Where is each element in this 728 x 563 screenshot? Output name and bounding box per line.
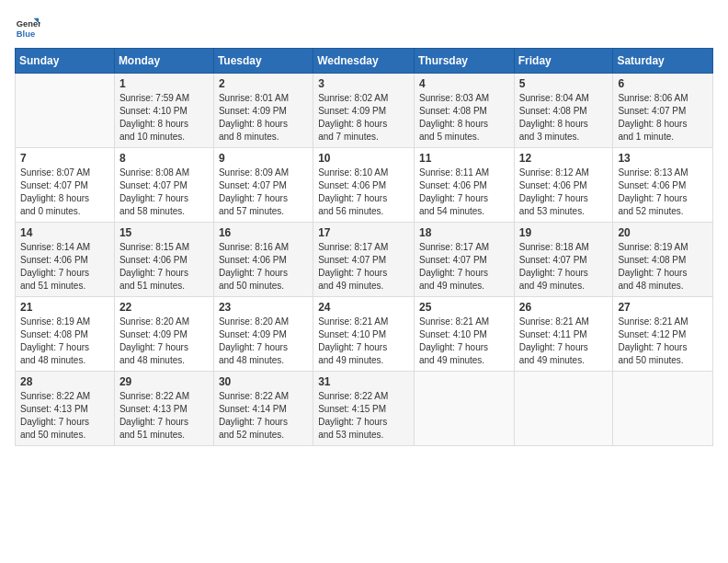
- day-number: 12: [519, 152, 609, 165]
- day-info: Sunrise: 8:20 AMSunset: 4:09 PMDaylight:…: [219, 316, 308, 367]
- day-number: 11: [419, 152, 509, 165]
- weekday-header-thursday: Thursday: [414, 49, 514, 74]
- day-info: Sunrise: 8:07 AMSunset: 4:07 PMDaylight:…: [20, 167, 109, 218]
- day-number: 31: [318, 375, 409, 388]
- calendar-cell: 17Sunrise: 8:17 AMSunset: 4:07 PMDayligh…: [313, 223, 415, 297]
- calendar-cell: 11Sunrise: 8:11 AMSunset: 4:06 PMDayligh…: [414, 148, 514, 223]
- weekday-header-tuesday: Tuesday: [213, 49, 313, 74]
- day-info: Sunrise: 7:59 AMSunset: 4:10 PMDaylight:…: [119, 92, 209, 144]
- svg-text:Blue: Blue: [17, 29, 35, 39]
- day-number: 18: [419, 226, 509, 239]
- calendar-cell: 7Sunrise: 8:07 AMSunset: 4:07 PMDaylight…: [16, 148, 115, 223]
- calendar-cell: 21Sunrise: 8:19 AMSunset: 4:08 PMDayligh…: [16, 297, 115, 372]
- day-info: Sunrise: 8:16 AMSunset: 4:06 PMDaylight:…: [219, 241, 308, 293]
- calendar-cell: 26Sunrise: 8:21 AMSunset: 4:11 PMDayligh…: [514, 297, 613, 372]
- weekday-header-monday: Monday: [114, 49, 213, 74]
- calendar-cell: 27Sunrise: 8:21 AMSunset: 4:12 PMDayligh…: [613, 297, 713, 372]
- day-number: 29: [119, 375, 209, 388]
- calendar-cell: 23Sunrise: 8:20 AMSunset: 4:09 PMDayligh…: [213, 297, 313, 372]
- day-number: 28: [20, 375, 109, 388]
- day-info: Sunrise: 8:22 AMSunset: 4:13 PMDaylight:…: [119, 390, 209, 442]
- day-info: Sunrise: 8:03 AMSunset: 4:08 PMDaylight:…: [419, 92, 509, 144]
- day-info: Sunrise: 8:06 AMSunset: 4:07 PMDaylight:…: [618, 92, 708, 144]
- calendar-cell: 10Sunrise: 8:10 AMSunset: 4:06 PMDayligh…: [313, 148, 415, 223]
- day-info: Sunrise: 8:22 AMSunset: 4:15 PMDaylight:…: [318, 390, 409, 442]
- logo-icon: General Blue: [15, 15, 40, 40]
- day-number: 20: [618, 226, 708, 239]
- day-info: Sunrise: 8:21 AMSunset: 4:11 PMDaylight:…: [519, 316, 609, 367]
- calendar-cell: 14Sunrise: 8:14 AMSunset: 4:06 PMDayligh…: [16, 223, 115, 297]
- day-number: 7: [20, 152, 109, 165]
- calendar-cell: 15Sunrise: 8:15 AMSunset: 4:06 PMDayligh…: [114, 223, 213, 297]
- calendar-cell: [16, 74, 115, 148]
- page-header: General Blue: [15, 15, 713, 40]
- day-number: 26: [519, 301, 609, 314]
- weekday-header-saturday: Saturday: [613, 49, 713, 74]
- calendar-cell: [514, 372, 613, 446]
- day-number: 19: [519, 226, 609, 239]
- calendar-cell: 29Sunrise: 8:22 AMSunset: 4:13 PMDayligh…: [114, 372, 213, 446]
- weekday-header-wednesday: Wednesday: [313, 49, 415, 74]
- calendar-cell: 18Sunrise: 8:17 AMSunset: 4:07 PMDayligh…: [414, 223, 514, 297]
- calendar-cell: 13Sunrise: 8:13 AMSunset: 4:06 PMDayligh…: [613, 148, 713, 223]
- calendar-cell: 5Sunrise: 8:04 AMSunset: 4:08 PMDaylight…: [514, 74, 613, 148]
- calendar-cell: 1Sunrise: 7:59 AMSunset: 4:10 PMDaylight…: [114, 74, 213, 148]
- day-info: Sunrise: 8:19 AMSunset: 4:08 PMDaylight:…: [618, 241, 708, 293]
- day-number: 15: [119, 226, 209, 239]
- calendar-cell: 25Sunrise: 8:21 AMSunset: 4:10 PMDayligh…: [414, 297, 514, 372]
- day-info: Sunrise: 8:21 AMSunset: 4:10 PMDaylight:…: [318, 316, 409, 367]
- calendar-cell: [414, 372, 514, 446]
- day-number: 21: [20, 301, 109, 314]
- day-info: Sunrise: 8:17 AMSunset: 4:07 PMDaylight:…: [419, 241, 509, 293]
- calendar-cell: 2Sunrise: 8:01 AMSunset: 4:09 PMDaylight…: [213, 74, 313, 148]
- weekday-header-sunday: Sunday: [16, 49, 115, 74]
- day-number: 24: [318, 301, 409, 314]
- day-info: Sunrise: 8:04 AMSunset: 4:08 PMDaylight:…: [519, 92, 609, 144]
- logo: General Blue: [15, 15, 44, 40]
- day-info: Sunrise: 8:12 AMSunset: 4:06 PMDaylight:…: [519, 167, 609, 218]
- day-info: Sunrise: 8:11 AMSunset: 4:06 PMDaylight:…: [419, 167, 509, 218]
- calendar-cell: 19Sunrise: 8:18 AMSunset: 4:07 PMDayligh…: [514, 223, 613, 297]
- day-info: Sunrise: 8:21 AMSunset: 4:12 PMDaylight:…: [618, 316, 708, 367]
- day-info: Sunrise: 8:22 AMSunset: 4:13 PMDaylight:…: [20, 390, 109, 442]
- calendar-cell: 9Sunrise: 8:09 AMSunset: 4:07 PMDaylight…: [213, 148, 313, 223]
- calendar-cell: [613, 372, 713, 446]
- calendar-cell: 8Sunrise: 8:08 AMSunset: 4:07 PMDaylight…: [114, 148, 213, 223]
- day-number: 30: [219, 375, 308, 388]
- day-info: Sunrise: 8:14 AMSunset: 4:06 PMDaylight:…: [20, 241, 109, 293]
- day-info: Sunrise: 8:08 AMSunset: 4:07 PMDaylight:…: [119, 167, 209, 218]
- day-info: Sunrise: 8:19 AMSunset: 4:08 PMDaylight:…: [20, 316, 109, 367]
- day-number: 3: [318, 77, 409, 90]
- day-info: Sunrise: 8:10 AMSunset: 4:06 PMDaylight:…: [318, 167, 409, 218]
- day-number: 16: [219, 226, 308, 239]
- day-info: Sunrise: 8:13 AMSunset: 4:06 PMDaylight:…: [618, 167, 708, 218]
- day-info: Sunrise: 8:17 AMSunset: 4:07 PMDaylight:…: [318, 241, 409, 293]
- calendar-table: SundayMondayTuesdayWednesdayThursdayFrid…: [15, 48, 713, 446]
- day-number: 1: [119, 77, 209, 90]
- day-number: 4: [419, 77, 509, 90]
- calendar-cell: 22Sunrise: 8:20 AMSunset: 4:09 PMDayligh…: [114, 297, 213, 372]
- calendar-cell: 20Sunrise: 8:19 AMSunset: 4:08 PMDayligh…: [613, 223, 713, 297]
- day-number: 25: [419, 301, 509, 314]
- day-number: 2: [219, 77, 308, 90]
- day-number: 8: [119, 152, 209, 165]
- calendar-cell: 16Sunrise: 8:16 AMSunset: 4:06 PMDayligh…: [213, 223, 313, 297]
- day-number: 13: [618, 152, 708, 165]
- day-number: 17: [318, 226, 409, 239]
- day-number: 5: [519, 77, 609, 90]
- day-info: Sunrise: 8:15 AMSunset: 4:06 PMDaylight:…: [119, 241, 209, 293]
- day-info: Sunrise: 8:20 AMSunset: 4:09 PMDaylight:…: [119, 316, 209, 367]
- day-number: 14: [20, 226, 109, 239]
- calendar-cell: 28Sunrise: 8:22 AMSunset: 4:13 PMDayligh…: [16, 372, 115, 446]
- calendar-cell: 12Sunrise: 8:12 AMSunset: 4:06 PMDayligh…: [514, 148, 613, 223]
- calendar-cell: 6Sunrise: 8:06 AMSunset: 4:07 PMDaylight…: [613, 74, 713, 148]
- day-number: 22: [119, 301, 209, 314]
- calendar-cell: 3Sunrise: 8:02 AMSunset: 4:09 PMDaylight…: [313, 74, 415, 148]
- day-info: Sunrise: 8:22 AMSunset: 4:14 PMDaylight:…: [219, 390, 308, 442]
- day-info: Sunrise: 8:02 AMSunset: 4:09 PMDaylight:…: [318, 92, 409, 144]
- day-number: 9: [219, 152, 308, 165]
- calendar-cell: 24Sunrise: 8:21 AMSunset: 4:10 PMDayligh…: [313, 297, 415, 372]
- calendar-cell: 4Sunrise: 8:03 AMSunset: 4:08 PMDaylight…: [414, 74, 514, 148]
- day-number: 6: [618, 77, 708, 90]
- day-info: Sunrise: 8:18 AMSunset: 4:07 PMDaylight:…: [519, 241, 609, 293]
